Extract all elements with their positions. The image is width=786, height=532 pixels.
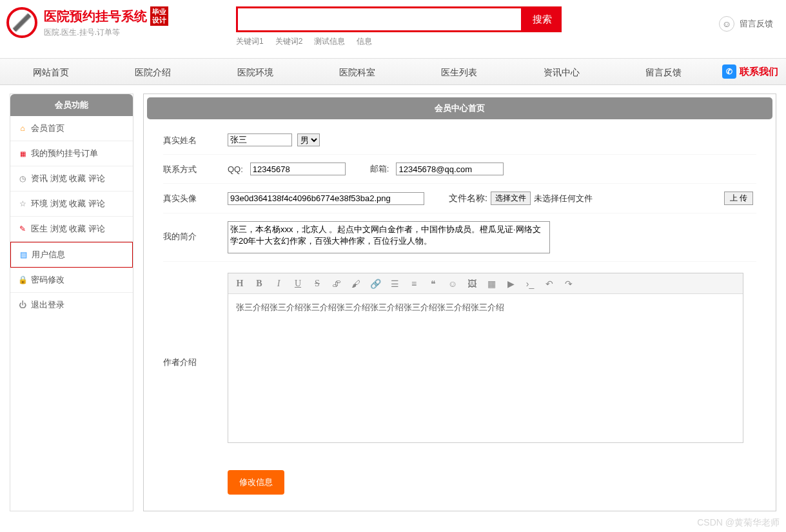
star-icon: ☆ bbox=[18, 199, 27, 208]
brand-tag: 毕业设计 bbox=[150, 6, 168, 26]
nav-environment[interactable]: 医院环境 bbox=[204, 59, 306, 84]
sidebar-item-news[interactable]: ◷ 资讯 浏览 收藏 评论 bbox=[10, 166, 133, 192]
keyword-link[interactable]: 关键词1 bbox=[236, 36, 264, 47]
feedback-icon: ☺ bbox=[719, 16, 734, 32]
bio-textarea[interactable] bbox=[228, 221, 550, 253]
clock-icon: ◷ bbox=[18, 174, 27, 183]
edit-icon: ✎ bbox=[18, 224, 27, 233]
sidebar-item-doctor[interactable]: ✎ 医生 浏览 收藏 评论 bbox=[10, 217, 133, 242]
name-input[interactable] bbox=[228, 133, 292, 146]
brush-icon[interactable]: 🖌 bbox=[351, 279, 361, 289]
nav-department[interactable]: 医院科室 bbox=[306, 59, 408, 84]
submit-button[interactable]: 修改信息 bbox=[228, 470, 284, 495]
home-icon: ⌂ bbox=[18, 124, 27, 133]
sidebar-item-logout[interactable]: ⏻ 退出登录 bbox=[10, 293, 133, 317]
brand-subtitle: 医院.医生.挂号.订单等 bbox=[44, 27, 168, 38]
image-icon[interactable]: 🖼 bbox=[467, 279, 477, 289]
sidebar-item-orders[interactable]: ▦ 我的预约挂号订单 bbox=[10, 141, 133, 166]
keyword-link[interactable]: 关键词2 bbox=[275, 36, 303, 47]
undo-icon[interactable]: ↶ bbox=[544, 279, 555, 289]
feedback-link[interactable]: ☺ 留言反馈 bbox=[719, 16, 773, 32]
align-icon[interactable]: ≡ bbox=[409, 279, 419, 289]
rich-editor: H B I U S 🖇 🖌 🔗 ☰ ≡ ❝ ☺ 🖼 bbox=[228, 273, 743, 443]
name-label: 真实姓名 bbox=[163, 133, 228, 146]
sidebar-item-env[interactable]: ☆ 环境 浏览 收藏 评论 bbox=[10, 192, 133, 217]
heading-icon[interactable]: H bbox=[235, 279, 245, 289]
choose-file-button[interactable]: 选择文件 bbox=[491, 192, 531, 205]
keyword-link[interactable]: 测试信息 bbox=[314, 36, 345, 47]
file-label: 文件名称: bbox=[449, 193, 487, 204]
nav-doctors[interactable]: 医生列表 bbox=[408, 59, 510, 84]
file-status: 未选择任何文件 bbox=[534, 193, 593, 204]
link-icon[interactable]: 🔗 bbox=[370, 279, 380, 289]
nav-news[interactable]: 资讯中心 bbox=[510, 59, 612, 84]
table-icon[interactable]: ▦ bbox=[486, 279, 496, 289]
gender-select[interactable]: 男 bbox=[297, 133, 320, 146]
upload-button[interactable]: 上 传 bbox=[724, 192, 753, 205]
code-icon[interactable]: ›_ bbox=[525, 279, 535, 289]
nav-home[interactable]: 网站首页 bbox=[0, 59, 102, 84]
quote-icon[interactable]: ❝ bbox=[428, 279, 438, 289]
qq-input[interactable] bbox=[250, 163, 346, 175]
content-area: 会员中心首页 真实姓名 男 联系方式 QQ: 邮箱: bbox=[143, 94, 776, 511]
qq-label: QQ: bbox=[228, 164, 243, 174]
grid-icon: ▦ bbox=[18, 149, 27, 158]
italic-icon[interactable]: I bbox=[273, 279, 284, 289]
nav-feedback[interactable]: 留言反馈 bbox=[613, 59, 714, 84]
keyword-link[interactable]: 信息 bbox=[357, 36, 372, 47]
attachment-icon[interactable]: 🖇 bbox=[331, 279, 342, 289]
sidebar-item-userinfo[interactable]: ▤ 用户信息 bbox=[10, 242, 133, 268]
avatar-label: 真实头像 bbox=[163, 192, 228, 204]
main-nav: 网站首页 医院介绍 医院环境 医院科室 医生列表 资讯中心 留言反馈 ✆ 联系我… bbox=[0, 58, 786, 85]
redo-icon[interactable]: ↷ bbox=[564, 279, 574, 289]
nav-contact[interactable]: ✆ 联系我们 bbox=[714, 59, 786, 84]
list-icon[interactable]: ☰ bbox=[389, 279, 400, 289]
bold-icon[interactable]: B bbox=[254, 279, 264, 289]
search-input[interactable] bbox=[236, 6, 523, 32]
content-header: 会员中心首页 bbox=[147, 97, 772, 119]
editor-body[interactable]: 张三介绍张三介绍张三介绍张三介绍张三介绍张三介绍张三介绍张三介绍 bbox=[228, 294, 743, 442]
phone-icon: ✆ bbox=[722, 64, 736, 79]
contact-label: 联系方式 bbox=[163, 163, 228, 175]
editor-toolbar: H B I U S 🖇 🖌 🔗 ☰ ≡ ❝ ☺ 🖼 bbox=[228, 273, 743, 294]
brand-title: 医院预约挂号系统 bbox=[44, 8, 147, 25]
sidebar-item-home[interactable]: ⌂ 会员首页 bbox=[10, 116, 133, 141]
bio-label: 我的简介 bbox=[163, 221, 228, 242]
sidebar-item-password[interactable]: 🔒 密码修改 bbox=[10, 268, 133, 293]
sidebar-header: 会员功能 bbox=[10, 94, 133, 116]
logo-area: 医院预约挂号系统 毕业设计 医院.医生.挂号.订单等 bbox=[6, 6, 168, 38]
lock-icon: 🔒 bbox=[18, 275, 27, 284]
sidebar: 会员功能 ⌂ 会员首页 ▦ 我的预约挂号订单 ◷ 资讯 浏览 收藏 评论 ☆ 环… bbox=[10, 94, 133, 511]
strike-icon[interactable]: S bbox=[312, 279, 322, 289]
video-icon[interactable]: ▶ bbox=[506, 279, 516, 289]
document-icon: ▤ bbox=[19, 250, 28, 259]
power-icon: ⏻ bbox=[18, 300, 27, 310]
email-label: 邮箱: bbox=[370, 163, 389, 175]
intro-label: 作者介绍 bbox=[163, 273, 228, 368]
watermark: CSDN @黄菊华老师 bbox=[697, 517, 780, 520]
email-input[interactable] bbox=[396, 163, 504, 175]
nav-hospital-intro[interactable]: 医院介绍 bbox=[102, 59, 204, 84]
search-button[interactable]: 搜索 bbox=[523, 6, 562, 32]
logo-icon bbox=[6, 7, 37, 38]
emoji-icon[interactable]: ☺ bbox=[447, 279, 458, 289]
search-keywords: 关键词1 关键词2 测试信息 信息 bbox=[236, 36, 562, 47]
avatar-input[interactable] bbox=[228, 192, 424, 205]
underline-icon[interactable]: U bbox=[293, 279, 303, 289]
